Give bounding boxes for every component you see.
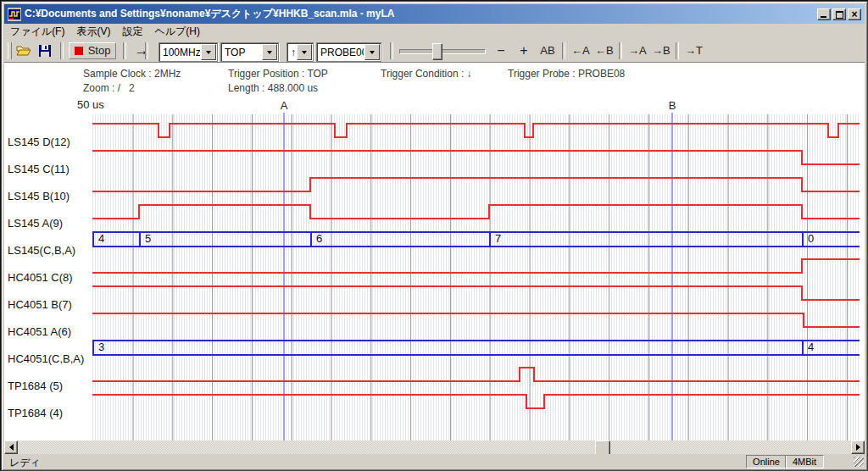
toolbar: Stop → 100MHz TOP ↑ PROBE00 − + AB ←A ←B bbox=[4, 40, 865, 62]
toolbar-separator bbox=[619, 42, 622, 59]
stop-icon bbox=[75, 47, 83, 55]
channel-trace bbox=[92, 259, 860, 273]
channel-label[interactable]: LS145 D(12) bbox=[8, 136, 70, 149]
waveform-view: 50 us LS145 D(12) LS145 C(11) LS145 B(10… bbox=[4, 97, 865, 441]
minimize-button[interactable] bbox=[817, 8, 831, 20]
waveform-plot[interactable]: AB4567034 bbox=[92, 97, 860, 441]
close-button[interactable]: × bbox=[848, 8, 861, 20]
marker-label-B: B bbox=[669, 99, 676, 112]
toolbar-grip bbox=[8, 42, 12, 59]
channel-label[interactable]: HC4051 C(8) bbox=[8, 271, 73, 285]
maximize-icon bbox=[836, 11, 843, 19]
trigger-edge-select[interactable]: ↑ bbox=[287, 42, 314, 62]
window-title: C:¥Documents and Settings¥noname¥デスクトップ¥… bbox=[25, 7, 817, 21]
trigger-probe-value: PROBE00 bbox=[317, 47, 364, 58]
zoom-info: Zoom : / 2 bbox=[83, 82, 135, 94]
save-button[interactable] bbox=[36, 42, 54, 59]
menu-item-settings[interactable]: 設定 bbox=[116, 23, 148, 41]
stop-label: Stop bbox=[88, 44, 111, 57]
arrow-left-icon bbox=[6, 444, 14, 451]
toolbar-separator bbox=[390, 42, 393, 59]
channel-label[interactable]: HC4051 A(6) bbox=[8, 325, 71, 339]
arrow-right-icon bbox=[856, 444, 864, 451]
sample-clock-value: 100MHz bbox=[159, 47, 200, 58]
channel-trace bbox=[92, 151, 860, 164]
goto-marker-a-button[interactable]: ←A bbox=[568, 42, 591, 59]
channel-label[interactable]: TP1684 (5) bbox=[8, 380, 63, 393]
menu-item-file[interactable]: ファイル(F) bbox=[4, 23, 70, 41]
goto-marker-b-button[interactable]: ←B bbox=[592, 42, 615, 59]
bus-value: 4 bbox=[98, 232, 104, 245]
maximize-button[interactable] bbox=[832, 8, 846, 20]
online-status-badge: Online bbox=[746, 455, 787, 468]
ab-range-button[interactable]: AB bbox=[537, 42, 559, 59]
trigger-position-value: TOP bbox=[221, 47, 261, 58]
set-marker-b-button[interactable]: →B bbox=[648, 42, 671, 59]
dropdown-arrow-icon[interactable] bbox=[297, 44, 312, 60]
status-message: レディ bbox=[9, 456, 41, 470]
zoom-slider[interactable] bbox=[399, 49, 486, 54]
capture-panel: Sample Clock : 2MHz Trigger Position : T… bbox=[4, 62, 865, 441]
desktop: { "window": { "title": "C:¥Documents and… bbox=[0, 0, 868, 471]
trigger-probe-select[interactable]: PROBE00 bbox=[316, 42, 381, 62]
scroll-left-button[interactable] bbox=[4, 441, 18, 454]
channel-label[interactable]: LS145 B(10) bbox=[8, 190, 70, 203]
length-info: Length : 488.000 us bbox=[228, 82, 318, 94]
bus-value: 0 bbox=[808, 232, 814, 245]
bus-value: 5 bbox=[145, 232, 151, 245]
channel-trace bbox=[92, 124, 860, 137]
trigger-position-info: Trigger Position : TOP bbox=[228, 68, 328, 80]
zoom-in-button[interactable]: + bbox=[515, 42, 533, 59]
channel-trace bbox=[92, 313, 860, 327]
bus-value: 6 bbox=[316, 232, 322, 245]
zoom-out-button[interactable]: − bbox=[492, 42, 510, 59]
stop-button[interactable]: Stop bbox=[69, 42, 116, 59]
scroll-right-button[interactable] bbox=[851, 441, 865, 454]
menu-item-view[interactable]: 表示(V) bbox=[70, 23, 116, 41]
bus-value: 7 bbox=[495, 232, 501, 245]
horizontal-scrollbar[interactable] bbox=[4, 441, 865, 454]
titlebar[interactable]: C:¥Documents and Settings¥noname¥デスクトップ¥… bbox=[4, 4, 865, 24]
menubar: ファイル(F) 表示(V) 設定 ヘルプ(H) bbox=[4, 24, 865, 41]
dropdown-arrow-icon[interactable] bbox=[364, 44, 380, 60]
marker-label-A: A bbox=[281, 99, 288, 112]
toolbar-separator bbox=[123, 42, 126, 59]
dropdown-arrow-icon[interactable] bbox=[262, 44, 277, 60]
statusbar: レディ Online 4MBit bbox=[4, 454, 865, 468]
channel-label[interactable]: LS145 C(11) bbox=[8, 163, 70, 176]
sample-clock-info: Sample Clock : 2MHz bbox=[83, 68, 181, 80]
goto-trigger-button[interactable]: →T bbox=[682, 42, 704, 59]
open-file-button[interactable] bbox=[14, 42, 33, 59]
trigger-position-select[interactable]: TOP bbox=[220, 42, 279, 62]
toolbar-separator bbox=[676, 42, 679, 59]
sample-clock-select[interactable]: 100MHz bbox=[159, 42, 218, 62]
set-marker-a-button[interactable]: →A bbox=[625, 42, 648, 59]
channel-label[interactable]: TP1684 (4) bbox=[8, 407, 63, 420]
bus-value: 4 bbox=[808, 341, 814, 353]
channel-label[interactable]: LS145 A(9) bbox=[8, 217, 63, 230]
close-icon: × bbox=[851, 8, 857, 20]
channel-trace bbox=[92, 286, 860, 300]
minimize-icon bbox=[821, 16, 826, 18]
toolbar-separator bbox=[60, 42, 64, 59]
dropdown-arrow-icon[interactable] bbox=[201, 44, 216, 60]
channel-label[interactable]: LS145(C,B,A) bbox=[8, 244, 75, 258]
channel-trace bbox=[92, 368, 860, 381]
open-folder-icon bbox=[16, 44, 31, 58]
app-window: C:¥Documents and Settings¥noname¥デスクトップ¥… bbox=[1, 1, 868, 471]
menu-item-help[interactable]: ヘルプ(H) bbox=[148, 23, 206, 41]
channel-label[interactable]: HC4051 B(7) bbox=[8, 298, 72, 312]
floppy-disk-icon bbox=[38, 44, 52, 58]
resize-grip[interactable] bbox=[854, 457, 864, 467]
zoom-slider-thumb[interactable] bbox=[432, 43, 442, 60]
waveform-canvas[interactable]: AB4567034 bbox=[92, 97, 860, 441]
channel-label[interactable]: HC4051(C,B,A) bbox=[8, 352, 84, 366]
channel-trace bbox=[92, 178, 860, 191]
trigger-probe-info: Trigger Probe : PROBE08 bbox=[508, 68, 625, 80]
memory-size-badge: 4MBit bbox=[785, 455, 824, 468]
toolbar-separator bbox=[145, 42, 148, 59]
channel-trace bbox=[92, 205, 860, 219]
window-controls: × bbox=[817, 8, 861, 20]
channel-trace bbox=[92, 395, 860, 408]
run-button[interactable]: → bbox=[130, 42, 153, 59]
